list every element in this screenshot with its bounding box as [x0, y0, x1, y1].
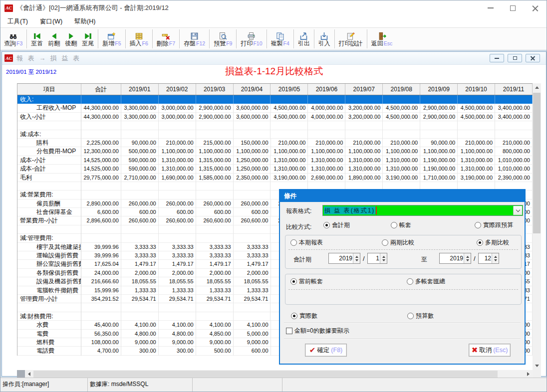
import-button[interactable]: 引入 [316, 30, 333, 48]
spinner-arrows[interactable] [464, 253, 471, 263]
cell-value: 590,000.00 [121, 156, 159, 165]
spinner-arrows[interactable] [353, 253, 360, 263]
radio-accounting-period[interactable]: 會計期 [323, 221, 350, 229]
search-button[interactable]: 查詢F3 [1, 30, 25, 48]
go-last-button[interactable]: 至尾 [79, 30, 96, 48]
cell-value: 1,310,000.00 [159, 165, 196, 173]
cell-value [234, 191, 271, 199]
table-row[interactable]: 收入: [17, 95, 533, 104]
menu-item[interactable]: 幫助(H) [69, 16, 100, 27]
cell-value: 29,534.71 [234, 295, 271, 303]
row-label: 各類傢俱折舊費 [17, 269, 81, 277]
toolbar-separator [293, 29, 294, 48]
print-button[interactable]: 打印F10 [238, 30, 265, 48]
page-prev-button[interactable]: 前翻 [45, 30, 62, 48]
back-button[interactable]: 返回Esc [369, 30, 395, 48]
copy-button[interactable]: 複製F4 [269, 30, 292, 48]
report-format-combobox[interactable]: 損 益 表(格式1) [322, 205, 523, 216]
table-row[interactable]: 工程收入-MOP44,300,000.003,300,000.003,000,0… [17, 104, 533, 112]
cell-value: 1,710,000.00 [420, 174, 458, 182]
row-label: 設備及機器折舊費 [17, 277, 81, 286]
dropdown-button[interactable] [513, 206, 522, 215]
cell-value: 600.00 [234, 208, 271, 216]
go-first-button[interactable]: 至首 [28, 30, 45, 48]
spinner-arrows[interactable] [380, 253, 387, 263]
horizontal-scrollbar[interactable] [17, 370, 533, 378]
table-row[interactable]: 毛利29,775,000.002,710,000.001,690,000.001… [17, 174, 533, 182]
preview-button[interactable]: 預覽F9 [211, 30, 235, 48]
close-button[interactable] [524, 0, 547, 15]
spin-down-icon [466, 259, 469, 261]
vertical-scroll-thumb[interactable] [533, 93, 541, 233]
cell-value [196, 130, 234, 139]
to-year-spinner[interactable]: 2019 [439, 253, 471, 264]
radio-two-period-compare[interactable]: 兩期比較 [382, 238, 414, 247]
delete-button[interactable]: 刪除F7 [154, 30, 178, 48]
child-window-title: 報 表 → 損 益 表 [16, 54, 81, 63]
show-zero-checkbox[interactable]: 金額=0的數據要顯示 [286, 327, 349, 335]
toolbar-button-label: 刪除F7 [157, 40, 175, 47]
cell-value: 1,310,000.00 [345, 165, 383, 173]
cell-value: 354,291.52 [81, 295, 121, 303]
print-design-button[interactable]: 打印設計 [336, 30, 365, 48]
cell-value: 2,000.00 [234, 269, 271, 277]
add-button[interactable]: 新增F5 [100, 30, 123, 48]
radio-budget-figures[interactable]: 預算數 [407, 312, 434, 320]
cell-value: 1,310,000.00 [383, 156, 420, 165]
maximize-button[interactable] [502, 0, 524, 15]
menu-item[interactable]: 工具(T) [2, 16, 33, 27]
row-label [17, 182, 81, 191]
cell-value [81, 225, 121, 234]
table-row[interactable]: 分包費用-MOP12,300,000.00500,000.001,100,000… [17, 147, 533, 156]
minimize-button[interactable] [479, 0, 502, 15]
scroll-left-button[interactable] [25, 370, 33, 378]
period-group-box: 本期報表 兩期比較 多期比較 會計期 2019 / 1 至 2019 / [285, 235, 522, 269]
horizontal-scroll-thumb[interactable] [33, 371, 498, 378]
cell-value: 3,333.33 [159, 251, 196, 260]
scroll-right-button[interactable] [524, 370, 533, 378]
save-button[interactable]: 存盤F12 [181, 30, 208, 48]
child-minimize-button[interactable] [490, 54, 504, 62]
cell-value: 260,600.00 [159, 216, 196, 225]
column-header: 2019/08 [383, 84, 420, 95]
radio-multi-book-total[interactable]: 多帳套匯總 [407, 277, 445, 286]
table-row[interactable]: 成本-合計14,525,000.00590,000.001,310,000.00… [17, 165, 533, 173]
from-year-spinner[interactable]: 2019 [328, 253, 360, 264]
cell-value: 17,625.04 [81, 260, 121, 268]
radio-actual-figures[interactable]: 實際數 [291, 312, 317, 320]
printer-icon [247, 31, 256, 40]
date-separator: / [363, 255, 365, 262]
radio-account-book[interactable]: 帳套 [391, 221, 411, 229]
scroll-down-button[interactable] [533, 362, 541, 370]
table-row[interactable]: 成本-小計14,525,000.00590,000.001,310,000.00… [17, 156, 533, 165]
cancel-button[interactable]: ✖ 取消 (Esc) [469, 344, 511, 357]
to-month-spinner[interactable]: 12 [478, 253, 499, 264]
child-restore-button[interactable] [508, 54, 522, 62]
from-month-spinner[interactable]: 1 [367, 253, 387, 264]
scroll-up-button[interactable] [533, 83, 541, 92]
table-row[interactable]: 收入-小計44,300,000.003,300,000.003,000,000.… [17, 113, 533, 121]
radio-actual-vs-budget[interactable]: 實際跟預算 [475, 221, 513, 229]
export-button[interactable]: 引出 [295, 30, 312, 48]
toolbar-separator [125, 29, 126, 48]
page-next-button[interactable]: 後翻 [62, 30, 79, 48]
insert-button[interactable]: 插入F6 [127, 30, 151, 48]
table-row[interactable] [17, 121, 533, 130]
table-row[interactable]: 購料2,225,000.0090,000.00210,000.00215,000… [17, 139, 533, 147]
conditions-dialog: 條件 報表格式: 損 益 表(格式1) 比較方式: 會計期 帳套 實際跟預算 本… [279, 189, 526, 365]
dashed-divider [288, 249, 518, 250]
cell-value [81, 95, 121, 104]
vertical-scrollbar[interactable] [533, 83, 541, 370]
cell-value: 2,000.00 [121, 269, 159, 277]
table-row[interactable]: 減:成本: [17, 130, 533, 139]
spinner-arrows[interactable] [492, 253, 499, 263]
radio-current-report[interactable]: 本期報表 [290, 238, 323, 247]
ok-button[interactable]: ✔ 確定 (F8) [305, 344, 347, 357]
cell-value: 1,310,000.00 [159, 156, 196, 165]
radio-multi-period-compare[interactable]: 多期比較 [477, 238, 509, 247]
child-close-button[interactable] [526, 54, 540, 62]
radio-icon [323, 222, 330, 228]
radio-current-book[interactable]: 當前帳套 [290, 277, 323, 286]
menu-item[interactable]: 窗口(W) [35, 16, 67, 27]
cell-value: 2,896,600.00 [81, 216, 121, 225]
